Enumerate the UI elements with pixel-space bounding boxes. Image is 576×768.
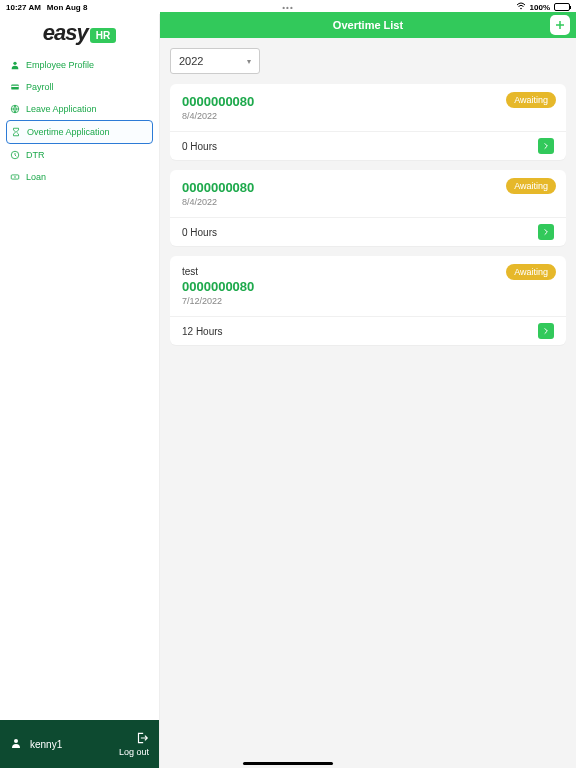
sidebar-item-label: Overtime Application [27, 127, 110, 137]
chevron-right-icon [542, 142, 550, 150]
header: Overtime List [160, 12, 576, 38]
card-id: 0000000080 [182, 180, 554, 195]
card-hours: 0 Hours [182, 227, 217, 238]
card-title: test [182, 266, 554, 277]
open-button[interactable] [538, 224, 554, 240]
logo-text: easy [43, 20, 88, 45]
svg-point-8 [14, 739, 18, 743]
card-date: 8/4/2022 [182, 111, 554, 121]
card-date: 8/4/2022 [182, 197, 554, 207]
sidebar-footer: kenny1 Log out [0, 720, 159, 768]
chevron-right-icon [542, 228, 550, 236]
battery-pct: 100% [530, 3, 550, 12]
add-button[interactable] [550, 15, 570, 35]
main: Overtime List 2022 ▾ Awaiting 0000000080… [160, 14, 576, 768]
sidebar: easyHR Employee Profile Payroll Leave Ap… [0, 14, 160, 768]
nav: Employee Profile Payroll Leave Applicati… [0, 50, 159, 188]
logo: easyHR [0, 14, 159, 50]
status-date: Mon Aug 8 [47, 3, 88, 12]
svg-point-1 [13, 62, 16, 65]
sidebar-item-label: Employee Profile [26, 60, 94, 70]
user-icon [10, 737, 22, 751]
wifi-icon [516, 2, 526, 12]
year-select[interactable]: 2022 ▾ [170, 48, 260, 74]
sidebar-item-label: Payroll [26, 82, 54, 92]
open-button[interactable] [538, 138, 554, 154]
card-hours: 0 Hours [182, 141, 217, 152]
user-name: kenny1 [30, 739, 62, 750]
money-icon [10, 172, 20, 182]
open-button[interactable] [538, 323, 554, 339]
svg-rect-3 [11, 86, 19, 87]
status-time: 10:27 AM [6, 3, 41, 12]
battery-icon [554, 3, 570, 11]
globe-icon [10, 104, 20, 114]
logout-icon [135, 731, 149, 745]
sidebar-item-leave[interactable]: Leave Application [6, 98, 153, 120]
sidebar-item-label: DTR [26, 150, 45, 160]
sidebar-item-label: Loan [26, 172, 46, 182]
card-id: 0000000080 [182, 94, 554, 109]
plus-icon [554, 19, 566, 31]
chevron-right-icon [542, 327, 550, 335]
status-badge: Awaiting [506, 178, 556, 194]
svg-point-7 [14, 176, 16, 178]
user-block[interactable]: kenny1 [10, 737, 62, 751]
overtime-card: Awaiting test 0000000080 7/12/2022 12 Ho… [170, 256, 566, 345]
page-title: Overtime List [333, 19, 403, 31]
sidebar-item-label: Leave Application [26, 104, 97, 114]
card-hours: 12 Hours [182, 326, 223, 337]
status-dots: ••• [282, 3, 293, 12]
sidebar-item-dtr[interactable]: DTR [6, 144, 153, 166]
overtime-card: Awaiting 0000000080 8/4/2022 0 Hours [170, 170, 566, 246]
logout-label: Log out [119, 747, 149, 757]
clock-icon [10, 150, 20, 160]
card-id: 0000000080 [182, 279, 554, 294]
home-indicator [243, 762, 333, 765]
sidebar-item-payroll[interactable]: Payroll [6, 76, 153, 98]
content: 2022 ▾ Awaiting 0000000080 8/4/2022 0 Ho… [160, 38, 576, 365]
card-icon [10, 82, 20, 92]
sidebar-item-loan[interactable]: Loan [6, 166, 153, 188]
overtime-card: Awaiting 0000000080 8/4/2022 0 Hours [170, 84, 566, 160]
person-icon [10, 60, 20, 70]
logout-button[interactable]: Log out [119, 731, 149, 757]
sidebar-item-employee-profile[interactable]: Employee Profile [6, 54, 153, 76]
status-badge: Awaiting [506, 92, 556, 108]
card-date: 7/12/2022 [182, 296, 554, 306]
svg-point-0 [520, 8, 522, 10]
chevron-down-icon: ▾ [247, 57, 251, 66]
hourglass-icon [11, 127, 21, 137]
status-badge: Awaiting [506, 264, 556, 280]
year-value: 2022 [179, 55, 203, 67]
sidebar-item-overtime[interactable]: Overtime Application [6, 120, 153, 144]
logo-badge: HR [90, 28, 116, 43]
